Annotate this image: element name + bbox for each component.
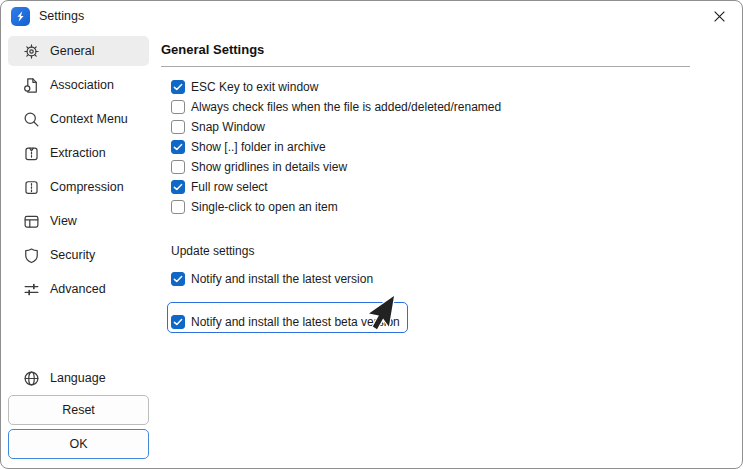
check-icon xyxy=(172,141,184,153)
check-icon xyxy=(172,273,184,285)
extraction-icon xyxy=(23,145,40,162)
sidebar-item-label: Extraction xyxy=(50,146,106,160)
check-icon xyxy=(172,316,184,328)
checkbox-label: Full row select xyxy=(191,180,268,194)
titlebar[interactable]: Settings xyxy=(1,1,742,31)
sidebar-item-security[interactable]: Security xyxy=(8,240,149,270)
sidebar-nav: GeneralAssociationContext MenuExtraction… xyxy=(1,36,156,304)
checkbox-checked[interactable] xyxy=(171,180,185,194)
checkbox-row-always-check-files-when-the-file-is-adde[interactable]: Always check files when the file is adde… xyxy=(171,97,690,117)
checkbox-row-notify-and-install-the-latest-version[interactable]: Notify and install the latest version xyxy=(171,269,690,289)
page-title: General Settings xyxy=(161,42,690,57)
update-checkbox-list: Notify and install the latest versionNot… xyxy=(161,269,690,333)
checkbox-row-notify-and-install-the-latest-beta-versi[interactable]: Notify and install the latest beta versi… xyxy=(171,313,400,330)
gear-icon xyxy=(23,43,40,60)
sliders-icon xyxy=(23,281,40,298)
checkbox-label: Single-click to open an item xyxy=(191,200,338,214)
ok-button[interactable]: OK xyxy=(8,429,149,459)
sidebar-item-language[interactable]: Language xyxy=(8,363,149,393)
checkbox-label: Notify and install the latest beta versi… xyxy=(191,315,400,329)
sidebar-item-view[interactable]: View xyxy=(8,206,149,236)
close-button[interactable] xyxy=(697,2,742,31)
sidebar-item-general[interactable]: General xyxy=(8,36,149,66)
sidebar: GeneralAssociationContext MenuExtraction… xyxy=(1,31,156,468)
search-icon xyxy=(23,111,40,128)
checkbox-checked[interactable] xyxy=(171,272,185,286)
update-settings-label: Update settings xyxy=(171,241,690,261)
checkbox-unchecked[interactable] xyxy=(171,120,185,134)
check-icon xyxy=(172,81,184,93)
main-content: General Settings ESC Key to exit windowA… xyxy=(156,31,742,468)
sidebar-item-compression[interactable]: Compression xyxy=(8,172,149,202)
checkbox-checked[interactable] xyxy=(171,80,185,94)
globe-icon xyxy=(23,370,40,387)
view-icon xyxy=(23,213,40,230)
sidebar-item-label: General xyxy=(50,44,94,58)
close-icon xyxy=(713,10,726,23)
checkbox-row-single-click-to-open-an-item[interactable]: Single-click to open an item xyxy=(171,197,690,217)
checkbox-checked[interactable] xyxy=(171,315,185,329)
checkbox-unchecked[interactable] xyxy=(171,160,185,174)
checkbox-label: Snap Window xyxy=(191,120,265,134)
checkbox-row-show-folder-in-archive[interactable]: Show [..] folder in archive xyxy=(171,137,690,157)
sidebar-item-label: Advanced xyxy=(50,282,106,296)
sidebar-item-label: View xyxy=(50,214,77,228)
sidebar-bottom: Language Reset OK xyxy=(1,363,156,461)
checkbox-label: ESC Key to exit window xyxy=(191,80,318,94)
checkbox-label: Always check files when the file is adde… xyxy=(191,100,501,114)
sidebar-item-association[interactable]: Association xyxy=(8,70,149,100)
checkbox-row-esc-key-to-exit-window[interactable]: ESC Key to exit window xyxy=(171,77,690,97)
reset-button[interactable]: Reset xyxy=(8,395,149,425)
compression-icon xyxy=(23,179,40,196)
checkbox-unchecked[interactable] xyxy=(171,200,185,214)
association-icon xyxy=(23,77,40,94)
sidebar-item-context-menu[interactable]: Context Menu xyxy=(8,104,149,134)
checkbox-row-show-gridlines-in-details-view[interactable]: Show gridlines in details view xyxy=(171,157,690,177)
checkbox-label: Notify and install the latest version xyxy=(191,272,373,286)
checkbox-unchecked[interactable] xyxy=(171,100,185,114)
app-icon xyxy=(11,7,30,26)
checkbox-label: Show gridlines in details view xyxy=(191,160,347,174)
settings-window: Settings GeneralAssociationContext MenuE… xyxy=(0,0,743,469)
focused-checkbox-outline: Notify and install the latest beta versi… xyxy=(167,302,408,333)
sidebar-item-label: Security xyxy=(50,248,95,262)
heading-divider xyxy=(161,66,690,67)
sidebar-item-label: Association xyxy=(50,78,114,92)
sidebar-item-extraction[interactable]: Extraction xyxy=(8,138,149,168)
sidebar-item-advanced[interactable]: Advanced xyxy=(8,274,149,304)
window-body: GeneralAssociationContext MenuExtraction… xyxy=(1,31,742,468)
check-icon xyxy=(172,181,184,193)
zip-logo-icon xyxy=(14,10,27,23)
checkbox-label: Show [..] folder in archive xyxy=(191,140,326,154)
general-checkbox-list: ESC Key to exit windowAlways check files… xyxy=(161,77,690,217)
sidebar-item-label: Compression xyxy=(50,180,124,194)
checkbox-row-full-row-select[interactable]: Full row select xyxy=(171,177,690,197)
sidebar-item-label: Context Menu xyxy=(50,112,128,126)
shield-icon xyxy=(23,247,40,264)
checkbox-checked[interactable] xyxy=(171,140,185,154)
sidebar-item-label: Language xyxy=(50,371,106,385)
checkbox-row-snap-window[interactable]: Snap Window xyxy=(171,117,690,137)
window-title: Settings xyxy=(39,9,84,23)
